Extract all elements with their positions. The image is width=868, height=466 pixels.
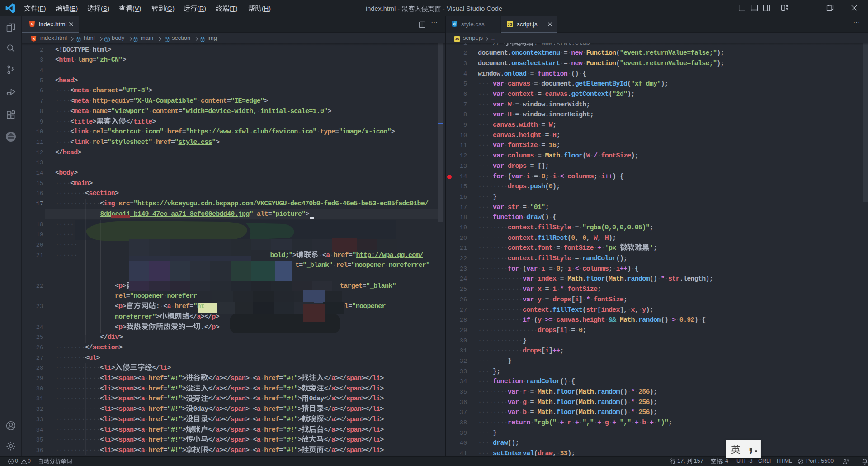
svg-text:3: 3 — [453, 21, 455, 26]
svg-text:5: 5 — [33, 37, 35, 41]
svg-text:JS: JS — [455, 37, 459, 41]
svg-text:JS: JS — [508, 22, 513, 27]
svg-text:5: 5 — [31, 21, 33, 26]
